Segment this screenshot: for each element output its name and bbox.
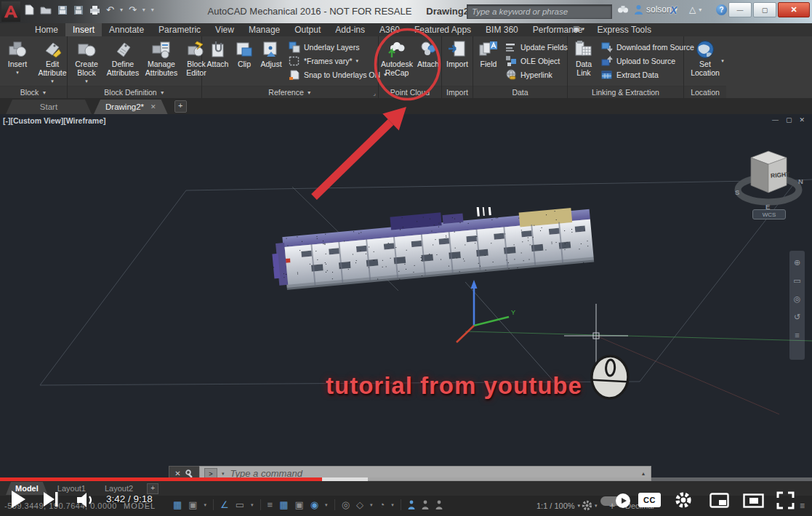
import-button[interactable]: Import	[442, 39, 473, 70]
dynamic-ucs-icon[interactable]: ◎	[342, 499, 350, 510]
command-close-icon[interactable]: ✕	[174, 469, 180, 477]
viewport-minimize-icon[interactable]: —	[772, 116, 779, 124]
panel-label-block[interactable]: Block▼	[0, 86, 67, 98]
tab-view[interactable]: View	[208, 23, 241, 36]
panel-label-data[interactable]: Data	[473, 86, 567, 98]
plot-icon[interactable]	[89, 5, 100, 15]
tab-a360[interactable]: A360	[372, 23, 407, 36]
frames-dropdown[interactable]: *Frames vary* ▾	[289, 55, 387, 67]
new-layout-button[interactable]: +	[147, 483, 158, 494]
video-settings-gear-icon[interactable]	[675, 491, 692, 509]
minimize-button[interactable]: —	[728, 2, 752, 17]
fullscreen-button[interactable]	[776, 491, 795, 509]
manage-attributes-button[interactable]: Manage Attributes	[142, 39, 181, 78]
viewport-scale-control[interactable]: 1:1 / 100% ▾	[536, 501, 580, 510]
annotation-scale-icon[interactable]	[435, 500, 443, 509]
snap-underlays-button[interactable]: Snap to Underlays ON ▾	[289, 69, 387, 81]
panel-label-reference[interactable]: Reference▼ ⌟	[202, 86, 378, 98]
attach-point-cloud-button[interactable]: Attach	[414, 39, 443, 70]
chevron-down-icon[interactable]: ▾	[391, 502, 394, 508]
viewport-corner-label[interactable]: [-][Custom View][Wireframe]	[3, 116, 105, 125]
save-icon[interactable]	[57, 5, 68, 15]
set-location-button[interactable]: Set Location ▾	[685, 39, 725, 78]
panel-label-block-definition[interactable]: Block Definition▼	[68, 86, 201, 98]
tab-output[interactable]: Output	[287, 23, 328, 36]
tab-featured-apps[interactable]: Featured Apps	[407, 23, 478, 36]
underlay-layers-button[interactable]: Underlay Layers	[289, 41, 387, 53]
snap-mode-icon[interactable]: ▣	[188, 499, 197, 510]
full-nav-wheel-icon[interactable]: ⊕	[794, 258, 800, 267]
grid-display-icon[interactable]: ▦	[173, 499, 182, 510]
upload-to-source-button[interactable]: Upload to Source	[601, 55, 694, 67]
next-video-button[interactable]	[44, 491, 59, 507]
new-file-icon[interactable]	[25, 4, 34, 15]
chevron-down-icon[interactable]: ▾	[222, 471, 225, 477]
annotation-monitor-icon[interactable]: ◔	[379, 499, 385, 510]
panel-launcher-icon[interactable]: ⌟	[373, 90, 376, 97]
drawing-viewport[interactable]: [-][Custom View][Wireframe] — ▢ ✕ Y	[0, 114, 812, 483]
customization-menu-icon[interactable]: ≡	[800, 501, 805, 511]
tab-manage[interactable]: Manage	[241, 23, 287, 36]
osnap-3d-icon[interactable]: ◉	[310, 499, 318, 510]
autocad-logo-icon[interactable]	[1, 1, 20, 22]
qat-dropdown-icon[interactable]: ▾	[151, 7, 154, 13]
captions-button[interactable]: CC	[638, 493, 661, 507]
volume-icon[interactable]	[77, 493, 97, 507]
theater-mode-button[interactable]	[743, 493, 764, 508]
new-drawing-tab-button[interactable]: +	[174, 100, 187, 113]
orbit-icon[interactable]: ↺	[794, 313, 800, 322]
define-attributes-button[interactable]: Define Attributes	[104, 39, 142, 78]
save-as-icon[interactable]	[73, 5, 84, 15]
steering-menu-icon[interactable]: ≡	[795, 331, 799, 339]
field-button[interactable]: Field	[475, 39, 502, 70]
autoplay-toggle[interactable]	[600, 496, 628, 506]
customize-wrench-icon[interactable]	[185, 469, 194, 478]
panel-label-linking-extraction[interactable]: Linking & Extraction	[568, 86, 683, 98]
redo-caret-icon[interactable]: ▾	[142, 7, 145, 13]
search-input[interactable]	[467, 7, 611, 16]
ribbon-display-toggle[interactable]: ▣ ▾	[573, 25, 584, 33]
workspace-switching-button[interactable]: ▾	[582, 500, 598, 511]
update-fields-button[interactable]: Update Fields	[505, 41, 568, 53]
close-button[interactable]: ✕	[778, 2, 810, 17]
file-tab-start[interactable]: Start	[6, 100, 92, 114]
clip-button[interactable]: Clip	[232, 39, 257, 70]
panel-label-import[interactable]: Import	[442, 86, 473, 98]
redo-icon[interactable]: ↷	[129, 5, 137, 15]
viewport-restore-icon[interactable]: ▢	[786, 116, 792, 124]
extract-data-button[interactable]: Extract Data	[601, 69, 694, 81]
autoscale-icon[interactable]	[422, 500, 429, 509]
play-button[interactable]	[12, 491, 25, 508]
tab-parametric[interactable]: Parametric	[151, 23, 208, 36]
wcs-button[interactable]: WCS	[752, 209, 786, 219]
pan-icon[interactable]: ▭	[793, 276, 800, 286]
attach-button[interactable]: Attach	[204, 39, 232, 70]
selection-cycling-icon[interactable]: ◇	[356, 499, 363, 510]
undo-caret-icon[interactable]: ▾	[120, 7, 123, 13]
insert-block-button[interactable]: Insert ▾	[1, 39, 33, 76]
tab-annotate[interactable]: Annotate	[102, 23, 151, 36]
panel-label-location[interactable]: Location	[684, 86, 726, 98]
open-file-icon[interactable]	[40, 5, 52, 15]
panel-label-point-cloud[interactable]: Point Cloud	[379, 86, 441, 98]
hatch-grid-icon[interactable]: ▦	[279, 499, 288, 510]
file-tab-drawing2[interactable]: Drawing2* ✕	[94, 100, 168, 114]
autodesk-recap-button[interactable]: Autodesk ReCap	[380, 39, 414, 78]
chevron-down-icon[interactable]: ▾	[325, 502, 328, 508]
viewport-close-icon[interactable]: ✕	[799, 116, 805, 124]
tab-bim360[interactable]: BIM 360	[478, 23, 526, 36]
edit-attribute-button[interactable]: Edit Attribute ▾	[33, 39, 71, 84]
exchange-apps-icon[interactable]: △ ▾	[689, 4, 702, 15]
close-tab-icon[interactable]: ✕	[150, 103, 156, 110]
zoom-icon[interactable]: ◎	[794, 294, 801, 304]
tab-add-ins[interactable]: Add-ins	[328, 23, 372, 36]
command-history-up-icon[interactable]: ▴	[642, 470, 646, 477]
tab-insert[interactable]: Insert	[65, 23, 102, 36]
data-link-button[interactable]: Data Link	[569, 39, 598, 78]
adjust-button[interactable]: Adjust	[257, 39, 286, 70]
point-cloud-model[interactable]	[271, 207, 602, 296]
ortho-mode-icon[interactable]: ∠	[220, 499, 229, 510]
polar-tracking-icon[interactable]: ▭	[236, 499, 244, 510]
search-binoculars-icon[interactable]	[617, 4, 629, 14]
undo-icon[interactable]: ↶	[106, 5, 114, 15]
